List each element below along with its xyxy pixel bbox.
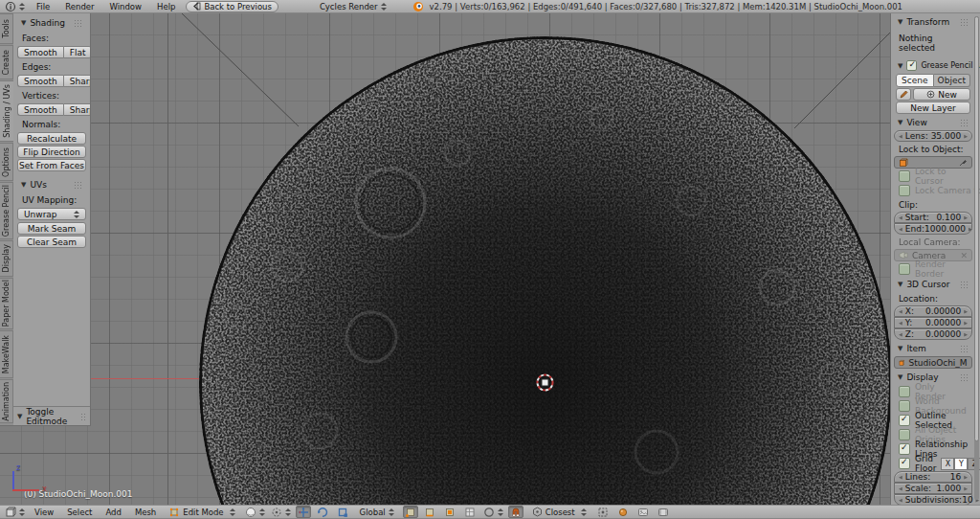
- snap-toggle-button[interactable]: [508, 506, 523, 518]
- menu-mesh[interactable]: Mesh: [130, 508, 161, 517]
- render-border-row[interactable]: Render Border: [894, 262, 972, 276]
- pivot-point-dropdown[interactable]: [270, 506, 292, 518]
- proportional-edit-dropdown[interactable]: [482, 506, 504, 518]
- properties-scrollbar[interactable]: [974, 16, 979, 500]
- uv-unwrap-dropdown[interactable]: Unwrap: [17, 208, 86, 220]
- scrollbar-thumb[interactable]: [974, 16, 979, 441]
- vertices-smooth-button[interactable]: Smooth: [17, 103, 63, 116]
- decrement-icon[interactable]: ◀: [899, 497, 902, 503]
- mode-dropdown[interactable]: Edit Mode: [165, 507, 239, 517]
- item-name-field[interactable]: StudioOchi_Moon.0...: [894, 356, 972, 369]
- tab-tools[interactable]: Tools: [0, 13, 13, 44]
- menu-help[interactable]: Help: [152, 2, 180, 11]
- all-object-origins-checkbox[interactable]: [899, 429, 910, 440]
- gp-source-object-tab[interactable]: Object: [934, 74, 971, 87]
- clip-start-field[interactable]: ◀ Start: 0.100 ▶: [894, 212, 972, 223]
- increment-icon[interactable]: ▶: [964, 214, 968, 220]
- decrement-icon[interactable]: ◀: [899, 308, 902, 314]
- faces-flat-button[interactable]: Flat: [63, 46, 90, 58]
- increment-icon[interactable]: ▶: [964, 133, 968, 139]
- cursor-z-field[interactable]: ◀ Z: 0.00000 ▶: [894, 328, 972, 340]
- viewport-shading-dropdown[interactable]: [244, 506, 266, 518]
- menu-window[interactable]: Window: [105, 2, 147, 11]
- snap-target-button[interactable]: [595, 506, 612, 518]
- panel-header-3d-cursor[interactable]: ▼ 3D Cursor: [894, 277, 972, 291]
- render-border-checkbox[interactable]: [899, 263, 910, 275]
- panel-header-item[interactable]: ▼ Item: [894, 341, 972, 355]
- grid-axis-y-toggle[interactable]: Y: [954, 458, 968, 470]
- decrement-icon[interactable]: ◀: [899, 226, 902, 232]
- lens-field[interactable]: ◀ Lens: 35.000 ▶: [894, 130, 972, 142]
- panel-header-view[interactable]: ▼ View: [894, 115, 972, 129]
- lock-to-cursor-row[interactable]: Lock to Cursor: [894, 169, 972, 183]
- increment-icon[interactable]: ▶: [969, 226, 972, 232]
- menu-select[interactable]: Select: [62, 508, 97, 517]
- editor-type-button[interactable]: [4, 506, 26, 518]
- gp-new-button[interactable]: New: [913, 88, 970, 101]
- panel-header-shading[interactable]: ▼ Shading: [17, 15, 86, 30]
- lock-to-cursor-checkbox[interactable]: [899, 170, 910, 182]
- cursor-y-field[interactable]: ◀ Y: 0.00000 ▶: [894, 317, 972, 328]
- set-from-faces-button[interactable]: Set From Faces: [17, 159, 86, 171]
- decrement-icon[interactable]: ◀: [899, 214, 902, 220]
- tab-grease-pencil[interactable]: Grease Pencil: [0, 182, 13, 239]
- local-camera-selector[interactable]: Camera ✕: [894, 249, 972, 261]
- world-background-checkbox[interactable]: [899, 400, 910, 412]
- edges-sharp-button[interactable]: Sharp: [63, 75, 90, 87]
- transform-orientation-dropdown[interactable]: Global: [355, 508, 399, 517]
- gp-draw-button[interactable]: [896, 88, 911, 101]
- grid-floor-checkbox[interactable]: [899, 458, 910, 469]
- opengl-render-button[interactable]: [635, 506, 652, 518]
- increment-icon[interactable]: ▶: [964, 331, 968, 337]
- manipulator-translate-button[interactable]: [296, 506, 311, 518]
- recalculate-button[interactable]: Recalculate: [17, 132, 86, 145]
- decrement-icon[interactable]: ◀: [899, 331, 902, 337]
- close-icon[interactable]: ✕: [960, 251, 968, 260]
- tab-animation[interactable]: Animation: [0, 379, 13, 423]
- edge-select-button[interactable]: [422, 506, 438, 518]
- panel-header-grease-pencil-layers[interactable]: ▼ Grease Pencil Layers: [894, 57, 972, 73]
- lock-camera-row[interactable]: Lock Camera to View: [894, 184, 972, 197]
- manipulator-scale-button[interactable]: [335, 506, 351, 518]
- decrement-icon[interactable]: ◀: [899, 320, 902, 326]
- menu-render[interactable]: Render: [60, 2, 99, 11]
- 3d-viewport[interactable]: Front Ortho (0) StudioOchi_Moon.001 x z: [0, 13, 890, 505]
- tab-display[interactable]: Display: [0, 240, 13, 277]
- grid-scale-field[interactable]: ◀ Scale: 1.000 ▶: [894, 483, 972, 494]
- render-engine-select[interactable]: Cycles Render: [315, 2, 391, 11]
- panel-header-transform[interactable]: ▼ Transform: [894, 14, 972, 29]
- lock-camera-checkbox[interactable]: [899, 185, 910, 196]
- new-layer-button[interactable]: New Layer: [896, 102, 970, 114]
- grid-floor-row[interactable]: Grid Floor X Y Z: [894, 457, 972, 470]
- increment-icon[interactable]: ▶: [964, 474, 968, 480]
- edges-smooth-button[interactable]: Smooth: [17, 75, 63, 87]
- manipulator-rotate-button[interactable]: [315, 506, 331, 518]
- limit-selection-visible-button[interactable]: [462, 506, 479, 518]
- menu-file[interactable]: File: [32, 2, 55, 11]
- editor-type-button[interactable]: [4, 0, 26, 12]
- face-select-button[interactable]: [442, 506, 458, 518]
- vertices-sharp-button[interactable]: Sharp: [63, 103, 90, 116]
- decrement-icon[interactable]: ◀: [899, 485, 902, 491]
- relationship-lines-checkbox[interactable]: [899, 443, 910, 455]
- snap-element-dropdown[interactable]: Closest: [527, 507, 591, 517]
- back-to-previous-button[interactable]: Back to Previous: [186, 1, 278, 12]
- opengl-render-anim-button[interactable]: [656, 506, 672, 518]
- redo-panel-header[interactable]: ▼ Toggle Editmode: [13, 406, 90, 425]
- gp-layers-checkbox[interactable]: [906, 60, 917, 71]
- gp-source-scene-tab[interactable]: Scene: [896, 74, 934, 87]
- mark-seam-button[interactable]: Mark Seam: [17, 222, 86, 235]
- flip-direction-button[interactable]: Flip Direction: [17, 146, 86, 158]
- increment-icon[interactable]: ▶: [964, 485, 968, 491]
- increment-icon[interactable]: ▶: [964, 320, 968, 326]
- automerge-button[interactable]: [615, 506, 632, 518]
- grid-axis-x-toggle[interactable]: X: [941, 458, 954, 470]
- menu-view[interactable]: View: [30, 508, 58, 517]
- tab-makewalk[interactable]: MakeWalk: [0, 330, 13, 378]
- only-render-checkbox[interactable]: [899, 386, 910, 397]
- menu-add[interactable]: Add: [100, 508, 125, 517]
- decrement-icon[interactable]: ◀: [899, 474, 902, 480]
- grid-subdivisions-field[interactable]: ◀ Subdivisions: 10 ▶: [894, 494, 972, 505]
- outline-selected-checkbox[interactable]: [899, 415, 910, 426]
- clear-seam-button[interactable]: Clear Seam: [17, 236, 86, 248]
